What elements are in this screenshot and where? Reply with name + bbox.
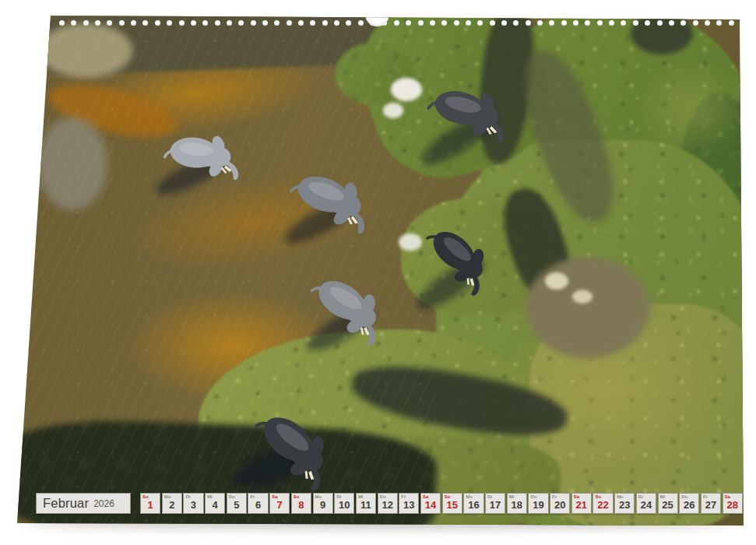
calendar-day-cell: Mo 16	[463, 493, 483, 514]
weekday-abbr: Do	[229, 494, 235, 499]
calendar-day-cell: Mo 23	[614, 493, 635, 514]
calendar-day-cell: Mi 4	[205, 493, 225, 514]
calendar-day-cell: So 15	[442, 493, 462, 514]
weekday-abbr: Fr	[552, 494, 557, 499]
day-number: 4	[206, 500, 224, 510]
weekday-abbr: Do	[681, 494, 687, 499]
calendar-day-cell: Di 3	[183, 493, 203, 514]
calendar-day-cell: Di 17	[485, 493, 505, 514]
calendar-days-row: So 1 Mo 2 Di 3 Mi 4 Do 5 Fr 6 Sa 7 So 8 …	[140, 493, 743, 514]
elephant	[301, 264, 396, 358]
year-label: 2026	[93, 498, 114, 509]
calendar-day-cell: Do 12	[378, 493, 398, 514]
day-number: 19	[529, 500, 547, 510]
weekday-abbr: Mi	[660, 494, 666, 499]
day-number: 23	[615, 500, 634, 510]
day-number: 21	[572, 500, 591, 510]
weekday-abbr: Fr	[250, 494, 255, 499]
calendar-strip: Februar 2026 So 1 Mo 2 Di 3 Mi 4 Do 5 Fr…	[36, 493, 743, 514]
weekday-abbr: Sa	[272, 494, 277, 499]
weekday-abbr: Do	[530, 494, 536, 499]
weekday-abbr: Mi	[207, 494, 213, 499]
weekday-abbr: Mi	[509, 494, 515, 499]
day-number: 27	[701, 500, 720, 510]
calendar-day-cell: Mi 18	[507, 493, 527, 514]
calendar-page: Februar 2026 So 1 Mo 2 Di 3 Mi 4 Do 5 Fr…	[0, 0, 756, 545]
calendar-day-cell: So 1	[140, 493, 160, 514]
elephant	[416, 79, 513, 173]
calendar-day-cell: Do 26	[679, 493, 699, 514]
day-number: 18	[508, 500, 526, 510]
calendar-day-cell: Sa 21	[571, 493, 592, 514]
calendar-day-cell: Sa 28	[723, 493, 743, 514]
weekday-abbr: Sa	[725, 494, 730, 499]
elephant	[230, 399, 346, 496]
calendar-day-cell: Di 24	[636, 493, 656, 514]
day-number: 26	[680, 500, 698, 510]
calendar-day-cell: So 8	[291, 493, 311, 514]
calendar-day-cell: So 22	[592, 493, 613, 514]
calendar-day-cell: Sa 7	[269, 493, 290, 514]
month-name: Februar	[43, 496, 89, 511]
day-number: 14	[421, 500, 440, 510]
calendar-day-cell: Fr 27	[701, 493, 721, 514]
weekday-abbr: Di	[638, 494, 643, 499]
day-number: 22	[593, 500, 612, 510]
day-number: 7	[270, 500, 289, 510]
elephant	[410, 216, 501, 318]
day-number: 17	[486, 500, 505, 510]
calendar-day-cell: Do 19	[528, 493, 548, 514]
weekday-abbr: Di	[336, 494, 341, 499]
weekday-abbr: Mo	[617, 494, 624, 499]
day-number: 13	[399, 500, 418, 510]
weekday-abbr: Di	[487, 494, 492, 499]
calendar-day-cell: Mo 9	[313, 493, 333, 514]
weekday-abbr: Fr	[401, 494, 406, 499]
day-number: 25	[659, 500, 677, 510]
elephant	[280, 161, 378, 251]
weekday-abbr: So	[595, 494, 601, 499]
day-number: 20	[550, 500, 569, 510]
day-number: 10	[335, 500, 353, 510]
day-number: 12	[378, 500, 397, 510]
elephant	[151, 128, 242, 202]
weekday-abbr: So	[142, 494, 149, 499]
weekday-abbr: Mo	[315, 494, 322, 499]
day-number: 24	[637, 500, 656, 510]
weekday-abbr: Mi	[358, 494, 364, 499]
calendar-day-cell: Fr 6	[248, 493, 268, 514]
calendar-day-cell: Do 5	[227, 493, 247, 514]
calendar-day-cell: Mi 25	[658, 493, 678, 514]
day-number: 3	[184, 500, 202, 510]
day-number: 2	[163, 500, 181, 510]
day-number: 11	[357, 500, 375, 510]
calendar-day-cell: Fr 20	[550, 493, 570, 514]
weekday-abbr: Sa	[574, 494, 579, 499]
calendar-day-cell: Sa 14	[420, 493, 441, 514]
day-number: 16	[464, 500, 483, 510]
weekday-abbr: Di	[185, 494, 190, 499]
day-number: 9	[314, 500, 332, 510]
calendar-day-cell: Mo 2	[162, 493, 182, 514]
weekday-abbr: Fr	[703, 494, 708, 499]
weekday-abbr: Mo	[466, 494, 473, 499]
day-number: 6	[248, 500, 267, 510]
weekday-abbr: Do	[380, 494, 386, 499]
calendar-day-cell: Mi 11	[356, 493, 376, 514]
month-label: Februar 2026	[36, 493, 131, 514]
day-number: 8	[292, 500, 311, 510]
day-number: 15	[443, 500, 462, 510]
elephant-herd-photo	[0, 0, 756, 545]
weekday-abbr: Mo	[164, 494, 171, 499]
weekday-abbr: So	[445, 494, 451, 499]
day-number: 5	[227, 500, 246, 510]
hanger-hole	[365, 2, 389, 26]
weekday-abbr: So	[294, 494, 300, 499]
weekday-abbr: Sa	[423, 494, 428, 499]
calendar-day-cell: Di 10	[334, 493, 354, 514]
calendar-day-cell: Fr 13	[399, 493, 419, 514]
day-number: 1	[141, 500, 160, 510]
day-number: 28	[723, 500, 742, 510]
